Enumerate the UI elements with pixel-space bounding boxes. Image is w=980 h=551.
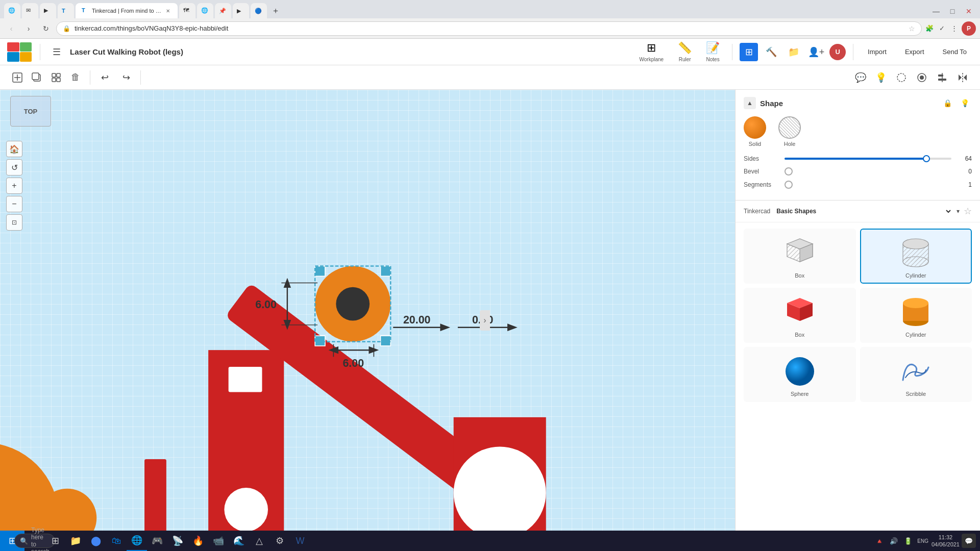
taskbar-clock[interactable]: 11:32 04/06/2021	[932, 534, 960, 548]
hammer-btn[interactable]: 🔨	[762, 43, 780, 61]
delete-btn[interactable]: 🗑	[66, 68, 85, 87]
comment-btn[interactable]: 💬	[851, 68, 870, 87]
shape-item-cylinder-grey[interactable]: Cylinder	[860, 229, 972, 284]
notification-btn[interactable]: 💬	[962, 534, 976, 548]
app10-btn[interactable]: △	[249, 531, 270, 551]
address-bar[interactable]: 🔒 tinkercad.com/things/boVNGaqN3Y8-epic-…	[56, 21, 922, 36]
workplane-btn[interactable]: ⊞ Workplane	[634, 39, 669, 64]
tab-favicon-active: T	[82, 7, 89, 14]
duplicate-btn[interactable]	[28, 68, 46, 87]
sides-value: 64	[955, 155, 972, 162]
app7-btn[interactable]: 📡	[167, 531, 188, 551]
user-avatar[interactable]: U	[829, 44, 846, 60]
group-btn[interactable]	[47, 68, 65, 87]
browser-tab-new[interactable]: ＋	[268, 3, 283, 18]
browser-tab-8[interactable]: ▶	[233, 3, 249, 18]
send-to-btn[interactable]: Send To	[936, 44, 974, 60]
app11-btn[interactable]: ⚙	[270, 531, 290, 551]
app8-btn[interactable]: 🔥	[188, 531, 208, 551]
panel-collapse-btn[interactable]: ›	[480, 310, 490, 331]
svg-rect-13	[938, 74, 943, 77]
menu-icon-btn[interactable]: ☰	[47, 43, 66, 61]
taskbar-search-btn[interactable]: 🔍 Type here to search	[24, 531, 45, 551]
align-btn[interactable]	[933, 68, 951, 87]
profile-avatar[interactable]: P	[962, 21, 976, 36]
shape-item-box-grey[interactable]: Box	[744, 229, 856, 284]
ruler-btn[interactable]: 📏 Ruler	[673, 39, 697, 64]
light-btn[interactable]: 💡	[872, 68, 890, 87]
export-btn[interactable]: Export	[898, 44, 932, 60]
back-btn[interactable]: ‹	[4, 21, 18, 36]
segments-toggle[interactable]	[785, 181, 793, 189]
sides-thumb[interactable]	[923, 155, 930, 162]
file-explorer-btn[interactable]: 📁	[65, 531, 86, 551]
maximize-btn[interactable]: □	[945, 4, 960, 18]
browser-tab-7[interactable]: 📌	[215, 3, 231, 18]
bevel-toggle[interactable]	[785, 167, 793, 176]
library-expand-btn[interactable]: ▾	[957, 208, 960, 215]
rotate-view-btn[interactable]: ↺	[6, 159, 22, 176]
solid-option[interactable]: Solid	[744, 116, 766, 147]
reload-btn[interactable]: ↻	[39, 21, 53, 36]
extensions-icon[interactable]: 🧩	[925, 24, 934, 33]
undo-btn[interactable]: ↩	[95, 68, 114, 87]
shape-panel-collapse-btn[interactable]: ▲	[744, 97, 756, 109]
browser-tab-2[interactable]: ✉	[22, 3, 38, 18]
shapes-library-select[interactable]: Basic Shapes	[774, 207, 952, 215]
browser-tab-3[interactable]: ▶	[40, 3, 56, 18]
sound-icon[interactable]: 🔊	[888, 535, 900, 547]
notes-btn[interactable]: 📝 Notes	[701, 39, 725, 64]
view-cube[interactable]: TOP	[10, 96, 51, 127]
tab-close-btn[interactable]: ✕	[164, 7, 172, 14]
chrome-btn[interactable]: ⬤	[86, 531, 106, 551]
user-add-btn[interactable]: 👤+	[807, 43, 825, 61]
toolbar: 🗑 ↩ ↪ 💬 💡	[0, 65, 980, 90]
grid-view-btn[interactable]: ⊞	[740, 43, 758, 61]
zoom-out-btn[interactable]: −	[6, 196, 22, 212]
task-view-btn[interactable]: ⊞	[45, 531, 65, 551]
profile-sync-icon[interactable]: ✓	[937, 24, 946, 33]
browser-tab-5[interactable]: 🗺	[179, 3, 195, 18]
redo-btn[interactable]: ↪	[117, 68, 135, 87]
canvas-area[interactable]: TOP 95.90	[0, 90, 735, 551]
shape-item-cylinder-orange[interactable]: Cylinder	[860, 288, 972, 343]
shape-item-scribble[interactable]: Scribble	[860, 347, 972, 402]
hole-circle	[778, 116, 801, 139]
battery-icon[interactable]: 🔋	[902, 535, 914, 547]
browser-tab-6[interactable]: 🌐	[197, 3, 213, 18]
shape-item-sphere[interactable]: Sphere	[744, 347, 856, 402]
fit-view-btn[interactable]: ⊡	[6, 214, 22, 231]
settings-icon[interactable]: ⋮	[949, 24, 959, 33]
edge-btn[interactable]: 🌊	[229, 531, 249, 551]
shape-outline-btn[interactable]	[892, 68, 911, 87]
new-shape-btn[interactable]	[8, 68, 27, 87]
store-btn[interactable]: 🛍	[106, 531, 127, 551]
network-icon[interactable]: 🔺	[873, 535, 886, 547]
steam-btn[interactable]: 🎮	[147, 531, 167, 551]
mirror-btn[interactable]	[953, 68, 972, 87]
folder-btn[interactable]: 📁	[785, 43, 803, 61]
sides-slider[interactable]	[785, 158, 951, 160]
zoom-in-btn[interactable]: +	[6, 178, 22, 194]
browser-tab-tinkercad[interactable]: T Tinkercad | From mind to de… ✕	[76, 3, 178, 18]
browser-tab-9[interactable]: 🔵	[251, 3, 267, 18]
forward-btn[interactable]: ›	[21, 21, 36, 36]
zoom-btn[interactable]: 📹	[208, 531, 229, 551]
close-btn[interactable]: ✕	[962, 4, 976, 18]
browser-tab-4[interactable]: T	[58, 3, 74, 18]
library-star-btn[interactable]: ☆	[964, 206, 972, 217]
lock-shape-btn[interactable]: 🔒	[940, 96, 954, 110]
word-btn[interactable]: W	[290, 531, 310, 551]
shape-item-box-red[interactable]: Box	[744, 288, 856, 343]
lightbulb-shape-btn[interactable]: 💡	[958, 96, 972, 110]
shapes-grid: Box Cylinder	[736, 222, 980, 408]
hole-option[interactable]: Hole	[778, 116, 801, 147]
shape-box-grey-label: Box	[795, 272, 804, 279]
home-view-btn[interactable]: 🏠	[6, 141, 22, 157]
browser-taskbar-btn[interactable]: 🌐	[127, 531, 147, 551]
shape-solid-btn[interactable]	[913, 68, 931, 87]
import-btn[interactable]: Import	[861, 44, 894, 60]
segments-value: 1	[955, 181, 972, 188]
browser-tab-1[interactable]: 🌐	[4, 3, 20, 18]
minimize-btn[interactable]: —	[929, 4, 943, 18]
